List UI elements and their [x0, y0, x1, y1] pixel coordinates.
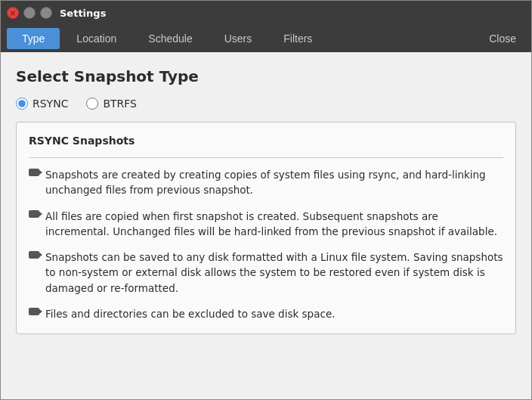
- main-content: Select Snapshot Type RSYNC BTRFS RSYNC S…: [1, 52, 531, 399]
- tab-location[interactable]: Location: [61, 28, 131, 49]
- info-text-1: All files are copied when first snapshot…: [45, 209, 503, 240]
- info-item-3: Files and directories can be excluded to…: [29, 306, 503, 321]
- info-box: RSYNC Snapshots Snapshots are created by…: [16, 122, 516, 334]
- close-x-icon: ×: [10, 9, 16, 17]
- tab-type[interactable]: Type: [7, 28, 60, 49]
- info-text-3: Files and directories can be excluded to…: [45, 306, 335, 321]
- rsync-radio-input[interactable]: [16, 98, 28, 110]
- window-controls: ×: [7, 7, 52, 19]
- window-maximize-button[interactable]: [40, 7, 52, 19]
- bullet-icon-1: [29, 210, 39, 218]
- settings-window: × Settings Type Location Schedule Users …: [0, 0, 532, 400]
- tab-schedule[interactable]: Schedule: [133, 28, 207, 49]
- window-minimize-button[interactable]: [23, 7, 36, 19]
- rsync-label: RSYNC: [32, 98, 68, 110]
- rsync-radio-label[interactable]: RSYNC: [16, 98, 68, 110]
- info-text-2: Snapshots can be saved to any disk forma…: [45, 250, 503, 296]
- tab-users[interactable]: Users: [209, 28, 268, 49]
- window-title: Settings: [60, 8, 106, 19]
- info-item-1: All files are copied when first snapshot…: [29, 209, 503, 240]
- snapshot-type-radio-group: RSYNC BTRFS: [16, 98, 516, 110]
- info-box-divider: [29, 157, 503, 158]
- navbar: Type Location Schedule Users Filters Clo…: [1, 25, 531, 52]
- titlebar: × Settings: [1, 1, 531, 25]
- info-item-0: Snapshots are created by creating copies…: [29, 167, 503, 198]
- tab-filters[interactable]: Filters: [268, 28, 327, 49]
- bullet-icon-0: [29, 169, 39, 176]
- btrfs-radio-label[interactable]: BTRFS: [86, 98, 137, 110]
- info-box-title: RSYNC Snapshots: [29, 135, 503, 147]
- nav-tab-list: Type Location Schedule Users Filters: [7, 28, 480, 49]
- window-close-button[interactable]: ×: [7, 7, 19, 19]
- bullet-icon-3: [29, 308, 39, 315]
- info-item-2: Snapshots can be saved to any disk forma…: [29, 250, 503, 296]
- page-title: Select Snapshot Type: [16, 67, 516, 85]
- info-text-0: Snapshots are created by creating copies…: [45, 167, 503, 198]
- btrfs-label: BTRFS: [103, 98, 137, 110]
- btrfs-radio-input[interactable]: [86, 98, 98, 110]
- close-button[interactable]: Close: [480, 28, 525, 49]
- bullet-icon-2: [29, 251, 39, 259]
